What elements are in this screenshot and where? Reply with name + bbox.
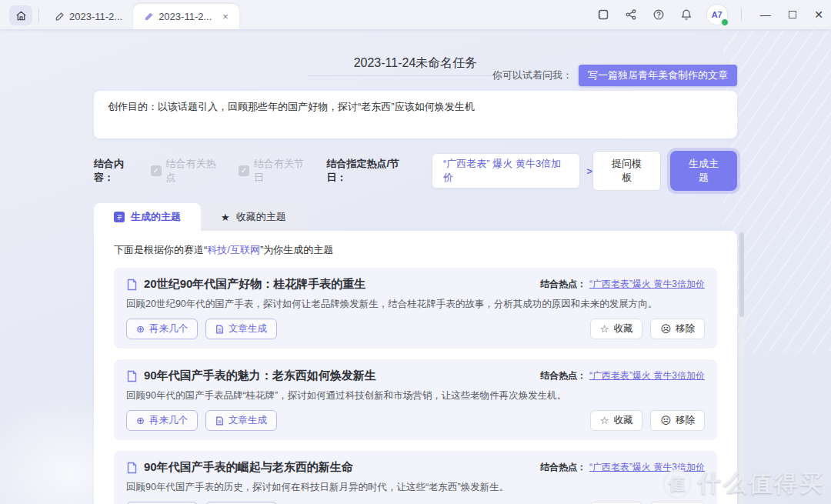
star-outline-icon: ☆ — [600, 324, 609, 334]
checkbox-label: 结合有关热点 — [166, 157, 225, 185]
minimize-icon[interactable]: — — [760, 8, 771, 21]
tab-label: 2023-11-2... — [69, 11, 122, 22]
hint-row: 你可以试着问我： 写一篇独居青年美食制作的文章 — [492, 65, 737, 86]
card-actions-left: ⊕ 再来几个 文章生成 — [126, 410, 582, 431]
card-actions: ⊕ 再来几个 文章生成 ☆ 收藏 — [126, 319, 705, 339]
title-underline — [308, 75, 523, 76]
share-icon[interactable] — [624, 8, 638, 22]
topic-title: 90年代国产手表的崛起与老东西的新生命 — [144, 460, 353, 475]
online-status-badge — [721, 18, 729, 26]
generate-article-button[interactable]: 文章生成 — [205, 410, 277, 431]
home-icon — [15, 10, 27, 22]
generated-topics-icon — [114, 212, 125, 222]
intro-line: 下面是根据你的赛道“科技/互联网”为你生成的主题 — [94, 231, 737, 262]
button-label: 文章生成 — [229, 322, 267, 335]
titlebar: 2023-11-2... 2023-11-2... × A7 — [0, 0, 831, 29]
card-header: 20世纪90年代国产好物：桂花牌手表的重生 结合热点： “广西老表”爆火 黄牛3… — [126, 277, 705, 292]
remove-button[interactable]: ☹ 移除 — [650, 319, 705, 339]
hot-ref-link[interactable]: “广西老表”爆火 黄牛3倍加价 — [589, 369, 705, 382]
specified-hot-topic-label: 结合指定热点/节日： — [326, 157, 418, 185]
hot-ref-link[interactable]: “广西老表”爆火 黄牛3倍加价 — [589, 278, 705, 291]
button-label: 再来几个 — [149, 322, 188, 335]
hot-topic-chip[interactable]: “广西老表” 爆火 黄牛3倍加价 — [432, 153, 580, 189]
checkbox-label: 结合有关节日 — [254, 157, 313, 185]
tab-close-icon[interactable]: × — [222, 11, 229, 22]
star-outline-icon: ☆ — [600, 416, 609, 426]
tab-label: 2023-11-2... — [159, 11, 212, 22]
card-title-group: 90年代国产手表的崛起与老东西的新生命 — [126, 460, 540, 475]
button-label: 收藏 — [613, 322, 632, 335]
tab-favorite-topics[interactable]: ★ 收藏的主题 — [201, 203, 306, 231]
button-label: 再来几个 — [149, 414, 188, 427]
favorite-button[interactable]: ☆ 收藏 — [590, 410, 643, 431]
tab-label: 生成的主题 — [131, 210, 181, 224]
hot-ref: 结合热点： “广西老表”爆火 黄牛3倍加价 — [540, 278, 705, 291]
hot-ref-label: 结合热点： — [540, 278, 586, 291]
suggested-question-button[interactable]: 写一篇独居青年美食制作的文章 — [579, 65, 737, 86]
tab-label: 收藏的主题 — [236, 210, 286, 224]
topic-card: 90年代国产手表的崛起与老东西的新生命 结合热点： “广西老表”爆火 黄牛3倍加… — [114, 451, 717, 504]
topic-title: 20世纪90年代国产好物：桂花牌手表的重生 — [144, 277, 365, 292]
app-window: 2023-11-2... 2023-11-2... × A7 — [0, 0, 831, 504]
document-icon — [215, 325, 224, 334]
document-icon — [215, 416, 224, 426]
window-controls: — ☐ ✕ — [760, 8, 823, 21]
question-template-button[interactable]: 提问模板 — [592, 151, 661, 191]
checkbox-checked-icon: ✓ — [151, 165, 162, 176]
card-actions-left: ⊕ 再来几个 文章生成 — [126, 319, 582, 339]
pencil-icon — [55, 12, 65, 22]
purpose-input[interactable]: 创作目的：以该话题引入，回顾那些年的国产好物，探讨“老东西”应该如何焕发生机 — [94, 91, 737, 139]
favorite-button[interactable]: ☆ 收藏 — [590, 319, 643, 339]
generate-topic-button[interactable]: 生成主题 — [670, 151, 737, 191]
maximize-icon[interactable]: ☐ — [788, 8, 798, 21]
tab-generated-topics[interactable]: 生成的主题 — [94, 203, 201, 231]
hint-label: 你可以试着问我： — [492, 68, 572, 82]
options-row: 结合内容： ✓ 结合有关热点 ✓ 结合有关节日 结合指定热点/节日： “广西老表… — [94, 151, 737, 191]
user-avatar[interactable]: A7 — [707, 5, 727, 25]
button-label: 移除 — [676, 322, 695, 335]
more-topics-button[interactable]: ⊕ 再来几个 — [126, 410, 198, 431]
layout-icon[interactable] — [596, 8, 610, 22]
titlebar-divider — [38, 8, 39, 22]
page-header: 2023-11-24未命名任务 你可以试着问我： 写一篇独居青年美食制作的文章 — [94, 29, 737, 88]
scrollbar-thumb[interactable] — [739, 232, 744, 317]
chevron-right-icon[interactable]: > — [586, 165, 592, 177]
intro-prefix: 下面是根据你的赛道“ — [114, 244, 207, 255]
circle-plus-icon: ⊕ — [136, 324, 145, 334]
topic-description: 回顾90年代国产手表的历史，探讨如何在科技日新月异的时代，让这些“老东西”焕发新… — [126, 481, 705, 494]
main-content: 2023-11-24未命名任务 你可以试着问我： 写一篇独居青年美食制作的文章 … — [94, 29, 737, 504]
checkbox-festivals[interactable]: ✓ 结合有关节日 — [239, 157, 312, 185]
topic-card: 20世纪90年代国产好物：桂花牌手表的重生 结合热点： “广西老表”爆火 黄牛3… — [114, 268, 717, 349]
remove-button[interactable]: ☹ 移除 — [650, 410, 705, 431]
browser-tab-inactive[interactable]: 2023-11-2... — [44, 4, 133, 29]
button-label: 移除 — [676, 414, 695, 427]
button-label: 收藏 — [613, 414, 632, 427]
topic-description: 回顾90年代的国产手表品牌“桂花牌”，探讨如何通过科技创新和市场营销，让这些老物… — [126, 389, 705, 402]
titlebar-right: A7 — ☐ ✕ — [596, 0, 823, 29]
hot-ref-link[interactable]: “广西老表”爆火 黄牛3倍加价 — [589, 461, 705, 474]
generate-article-button[interactable]: 文章生成 — [205, 319, 277, 339]
hot-ref: 结合热点： “广西老表”爆火 黄牛3倍加价 — [540, 369, 705, 382]
button-label: 文章生成 — [229, 414, 267, 427]
close-icon[interactable]: ✕ — [814, 8, 823, 21]
browser-tab-active[interactable]: 2023-11-2... × — [133, 4, 239, 29]
more-topics-button[interactable]: ⊕ 再来几个 — [126, 319, 198, 339]
card-header: 90年代国产手表的崛起与老东西的新生命 结合热点： “广西老表”爆火 黄牛3倍加… — [126, 460, 705, 475]
topics-panel: 下面是根据你的赛道“科技/互联网”为你生成的主题 20世纪90年代国产好物：桂花… — [94, 231, 737, 504]
bell-icon[interactable] — [679, 8, 693, 22]
frown-face-icon: ☹ — [660, 324, 671, 334]
hot-ref-label: 结合热点： — [540, 461, 586, 474]
scrollbar[interactable] — [739, 232, 744, 504]
combine-content-label: 结合内容： — [94, 157, 143, 185]
document-icon — [126, 279, 138, 291]
hot-ref-label: 结合热点： — [540, 369, 586, 382]
circle-plus-icon: ⊕ — [136, 416, 145, 426]
help-icon[interactable] — [652, 8, 666, 22]
pencil-icon — [144, 12, 154, 22]
intro-track-link[interactable]: 科技/互联网 — [207, 244, 260, 255]
checkbox-hot-topics[interactable]: ✓ 结合有关热点 — [151, 157, 225, 185]
home-button[interactable] — [9, 5, 32, 25]
card-header: 90年代国产手表的魅力：老东西如何焕发新生 结合热点： “广西老表”爆火 黄牛3… — [126, 369, 705, 383]
document-icon — [126, 370, 138, 382]
card-actions: ⊕ 再来几个 文章生成 ☆ 收藏 — [126, 410, 705, 431]
